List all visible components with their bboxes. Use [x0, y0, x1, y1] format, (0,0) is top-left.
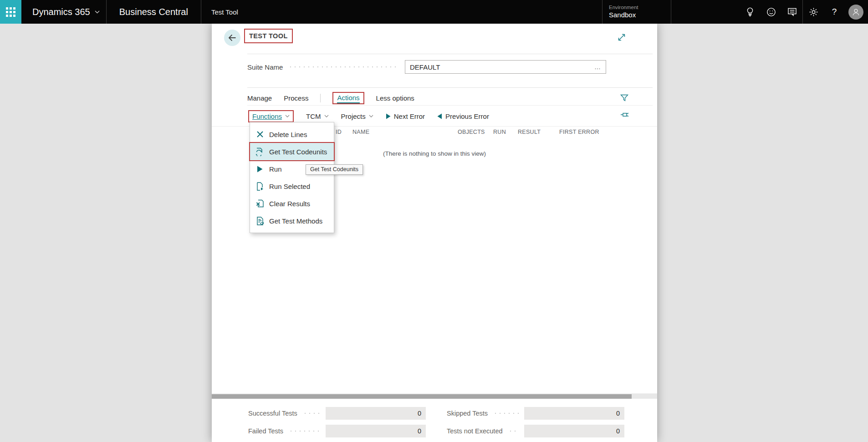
projects-dropdown-button[interactable]: Projects: [341, 112, 373, 120]
menu-item-process[interactable]: Process: [284, 94, 308, 102]
tcm-label: TCM: [306, 112, 321, 120]
filter-button[interactable]: [620, 93, 631, 104]
insights-button[interactable]: [740, 0, 761, 24]
menu-option-get-test-methods[interactable]: Get Test Methods: [250, 212, 334, 229]
column-header-result[interactable]: RESULT: [518, 129, 541, 135]
chevron-down-icon: [369, 115, 373, 117]
next-error-label: Next Error: [394, 112, 425, 120]
column-header-objects[interactable]: OBJECTS: [458, 129, 485, 135]
current-page-label: Test Tool: [201, 8, 248, 16]
waffle-icon: [6, 7, 15, 17]
delete-lines-icon: [255, 130, 264, 139]
assist-ellipsis-button[interactable]: …: [594, 63, 601, 71]
menu-option-label: Run Selected: [269, 183, 310, 190]
screen: Dynamics 365 Business Central Test Tool …: [0, 0, 868, 442]
environment-name: Sandbox: [609, 11, 671, 20]
menu-option-label: Delete Lines: [269, 131, 307, 138]
tests-not-executed-field: Tests not Executed 0: [447, 425, 624, 437]
failed-tests-field: Failed Tests 0: [248, 425, 426, 437]
functions-dropdown-menu: Delete Lines Get Test Codeunits Run: [250, 122, 334, 233]
successful-tests-label: Successful Tests: [248, 410, 297, 417]
account-avatar[interactable]: [848, 5, 863, 20]
business-central-link[interactable]: Business Central: [107, 7, 201, 17]
app-launcher-button[interactable]: [0, 0, 21, 24]
lightbulb-icon: [745, 7, 755, 17]
dotted-leader: [289, 430, 320, 432]
dotted-leader: [493, 412, 519, 414]
skipped-tests-value: 0: [616, 410, 620, 417]
horizontal-scrollbar-thumb[interactable]: [212, 394, 632, 399]
suite-name-label: Suite Name: [247, 63, 283, 71]
chevron-down-icon: [324, 115, 329, 117]
failed-tests-value-box: 0: [326, 425, 426, 437]
get-test-methods-icon: [255, 217, 264, 225]
menu-item-manage[interactable]: Manage: [247, 94, 272, 102]
menu-item-less-options[interactable]: Less options: [376, 94, 414, 102]
back-arrow-icon: [228, 34, 237, 42]
smiley-icon: [766, 7, 776, 17]
menu-option-run-selected[interactable]: Run Selected: [250, 178, 334, 195]
chevron-down-icon: [95, 10, 100, 14]
page-title-annotation-box: TEST TOOL: [244, 29, 293, 43]
dynamics-365-menu[interactable]: Dynamics 365: [21, 7, 106, 17]
settings-button[interactable]: [803, 0, 824, 24]
play-left-icon: [437, 113, 442, 119]
expand-page-button[interactable]: [615, 31, 628, 44]
environment-block: Environment Sandbox: [602, 1, 671, 22]
test-tool-page-card: TEST TOOL Suite Name DEFAULT … Manage Pr…: [212, 24, 657, 442]
menu-option-delete-lines[interactable]: Delete Lines: [250, 126, 334, 143]
previous-error-button[interactable]: Previous Error: [437, 112, 489, 120]
menu-option-label: Get Test Methods: [269, 217, 322, 225]
top-navigation-bar: Dynamics 365 Business Central Test Tool …: [0, 0, 868, 24]
topbar-left: Dynamics 365 Business Central Test Tool: [0, 0, 248, 24]
previous-error-label: Previous Error: [445, 112, 489, 120]
successful-tests-value: 0: [418, 410, 421, 417]
column-header-id[interactable]: ID: [336, 129, 342, 135]
topbar-right: Environment Sandbox: [602, 0, 868, 24]
suite-name-input[interactable]: DEFAULT …: [405, 60, 606, 74]
menu-option-label: Run: [269, 165, 282, 173]
action-menu-bar: Manage Process Actions Less options: [247, 91, 653, 106]
tcm-dropdown-button[interactable]: TCM: [306, 112, 329, 120]
page-title: TEST TOOL: [249, 32, 288, 40]
tests-not-executed-label: Tests not Executed: [447, 427, 503, 435]
functions-dropdown-button[interactable]: Functions: [252, 112, 282, 120]
projects-label: Projects: [341, 112, 366, 120]
ribbon-items: Functions TCM Projects: [212, 110, 489, 122]
horizontal-scrollbar-track[interactable]: [212, 393, 657, 399]
skipped-tests-label: Skipped Tests: [447, 410, 488, 417]
skipped-tests-value-box: 0: [524, 407, 624, 420]
column-header-name[interactable]: NAME: [352, 129, 369, 135]
column-header-first-error[interactable]: FIRST ERROR: [559, 129, 599, 135]
clear-results-icon: [255, 199, 264, 208]
topbar-spacer: [671, 0, 740, 24]
environment-label: Environment: [609, 4, 671, 10]
assistance-chat-button[interactable]: [781, 0, 802, 24]
pushpin-icon: [620, 111, 631, 119]
person-icon: [852, 8, 860, 16]
dotted-leader: [508, 430, 519, 432]
suite-name-value: DEFAULT: [410, 63, 594, 71]
column-header-run[interactable]: RUN: [493, 129, 506, 135]
help-icon: ?: [832, 7, 837, 17]
skipped-tests-field: Skipped Tests 0: [447, 407, 624, 420]
menu-option-get-test-codeunits[interactable]: Get Test Codeunits: [250, 143, 334, 160]
back-button[interactable]: [224, 30, 240, 46]
next-error-button[interactable]: Next Error: [386, 112, 425, 120]
actions-annotation-box: Actions: [332, 92, 364, 104]
filter-funnel-icon: [620, 93, 631, 102]
menu-item-actions[interactable]: Actions: [337, 94, 359, 103]
feedback-smiley-button[interactable]: [761, 0, 781, 24]
chat-bubble-icon: [787, 7, 797, 16]
expand-diagonal-icon: [617, 32, 627, 42]
test-totals-panel: Successful Tests 0 Skipped Tests 0 Faile…: [212, 399, 657, 442]
failed-tests-label: Failed Tests: [248, 427, 283, 435]
help-button[interactable]: ?: [824, 0, 845, 24]
tests-not-executed-value-box: 0: [524, 425, 624, 437]
failed-tests-value: 0: [418, 427, 421, 435]
chevron-down-icon: [285, 115, 290, 117]
section-divider: [247, 87, 653, 88]
run-icon: [255, 165, 264, 173]
pin-ribbon-button[interactable]: [620, 111, 631, 122]
menu-option-clear-results[interactable]: Clear Results: [250, 195, 334, 212]
